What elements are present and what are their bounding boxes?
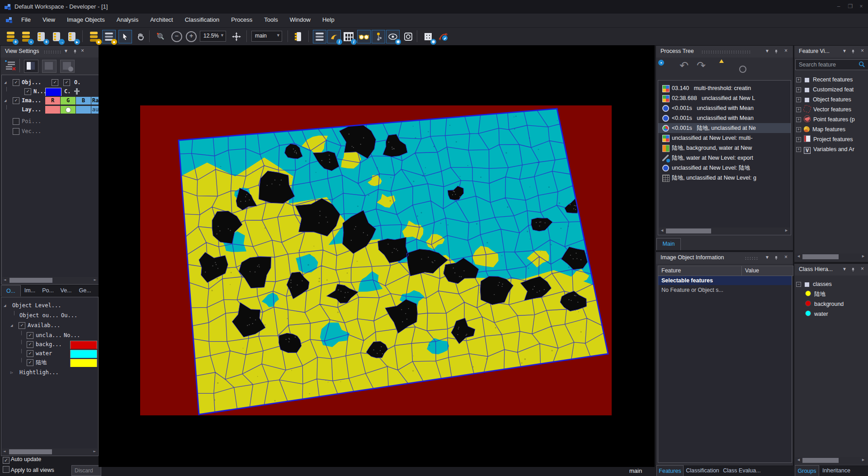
checkbox[interactable] [3,466,9,473]
view-side-by-side-icon[interactable]: i [342,30,355,43]
minimize-button[interactable]: – [834,2,844,10]
close-icon[interactable]: × [861,266,864,272]
chevron-down-icon[interactable]: ▼ [842,267,847,271]
grid-settings-icon[interactable]: ✱ [421,30,435,43]
ra-cell[interactable]: Ra [91,97,99,105]
draw-polygon-icon[interactable] [437,30,450,43]
checkbox[interactable]: ✓ [27,359,33,366]
horizontal-scrollbar[interactable]: ◄ ► [2,448,97,455]
checkbox[interactable]: ✓ [19,322,25,329]
column-header-feature[interactable]: Feature [658,266,745,276]
process-item[interactable]: 陆地, unclassified at New Level: g [658,173,791,183]
feature-item[interactable]: +Vector features [796,105,868,114]
feature-item[interactable]: +Map features [796,124,868,134]
tree-row-object[interactable]: ◢ ✓ Obj... ✓ ✓ O. [2,78,99,87]
tree-row-background[interactable]: ✓ backg... [1,340,98,349]
red-channel-cell[interactable]: R [45,97,60,105]
apply-all-option[interactable]: Apply to all views [3,466,54,473]
scroll-thumb[interactable] [802,458,839,463]
menu-window[interactable]: Window [284,14,316,23]
map-viewport[interactable] [99,45,655,467]
close-icon[interactable]: × [861,48,864,54]
tab-features[interactable]: Features [656,465,684,476]
feature-item[interactable]: +Point features (p [796,114,868,124]
feature-item[interactable]: +Project features [796,134,868,144]
tree-row-water[interactable]: ✓ water [1,349,98,358]
menu-file[interactable]: File [15,14,37,23]
scroll-right-icon[interactable]: ► [784,228,788,233]
process-item[interactable]: unclassified at New Level: 陆地 [658,163,791,173]
expand-plus-icon[interactable]: + [796,77,801,82]
class-item-background[interactable]: background [805,299,868,309]
expand-plus-icon[interactable]: + [796,97,801,102]
create-workspace-icon[interactable]: + [4,30,17,43]
view-mode-3-button[interactable] [60,60,75,73]
scroll-thumb[interactable] [9,278,52,283]
scroll-left-icon[interactable]: ◄ [3,449,5,453]
checkbox[interactable]: ✓ [27,350,33,357]
process-tree-tab-main[interactable]: Main [656,238,681,250]
save-workspace-icon[interactable]: ▪ [19,30,33,43]
checkbox[interactable] [13,128,19,135]
show-pixel-gear-icon[interactable]: ✱ [386,30,400,43]
class-color-swatch[interactable] [70,350,97,358]
menu-image-objects[interactable]: Image Objects [61,14,111,23]
classified-scene-image[interactable] [99,45,655,467]
select-cursor-icon[interactable] [118,30,132,43]
checkbox[interactable]: ✓ [52,79,58,86]
scroll-thumb[interactable] [802,254,839,259]
edit-view-settings-icon[interactable] [4,60,16,71]
chevron-down-icon[interactable]: ▼ [765,255,769,260]
image-object-graph-icon[interactable] [372,30,385,43]
scroll-right-icon[interactable]: ► [861,254,865,258]
add-project-icon[interactable]: + [34,30,48,43]
process-item-selected[interactable]: <0.001s 陆地, unclassified at Ne [658,123,791,133]
chevron-down-icon[interactable]: ▼ [276,33,280,38]
checkbox[interactable]: ✓ [63,79,70,86]
pin-icon[interactable] [851,49,855,54]
scroll-right-icon[interactable]: ► [94,277,96,282]
tab-inheritance[interactable]: Inheritance [820,465,853,476]
tab-image[interactable]: Im... [22,285,38,296]
pin-icon[interactable] [774,256,778,260]
drag-grip[interactable] [745,257,758,260]
feature-item[interactable]: +VVariables and Ar [796,144,868,154]
drag-grip[interactable] [701,50,751,53]
chevron-down-icon[interactable]: ▼ [220,33,224,38]
process-item[interactable]: unclassified at New Level: multi- [658,133,791,143]
search-icon[interactable] [859,61,865,67]
expander-icon[interactable]: ▷ [10,368,13,377]
class-item-land[interactable]: 陆地 [805,289,868,299]
process-item[interactable]: 陆地, background, water at New [658,143,791,153]
scroll-left-icon[interactable]: ◄ [797,254,801,258]
checkbox[interactable]: ✓ [27,332,33,339]
close-icon[interactable]: × [81,48,84,54]
expand-plus-icon[interactable]: + [796,117,801,122]
menu-classification[interactable]: Classification [179,14,226,23]
import-scene-icon[interactable]: → [50,30,63,43]
menu-architect[interactable]: Architect [144,14,179,23]
classes-root[interactable]: −classes [796,279,868,289]
menu-analysis[interactable]: Analysis [111,14,144,23]
pin-icon[interactable] [774,49,778,54]
tab-vector[interactable]: Ve... [58,285,74,296]
feature-search-input[interactable]: Search feature [795,59,868,70]
view-layer-list-icon[interactable] [313,30,326,43]
zoom-level-combo[interactable]: 12.5%▼ [200,31,226,42]
pin-icon[interactable] [73,49,77,54]
view-mode-2-button[interactable] [42,60,57,73]
auto-update-option[interactable]: ✓ Auto update [3,456,41,464]
map-select-combo[interactable]: main▼ [251,31,282,42]
expander-icon[interactable]: ◢ [10,321,13,330]
maximize-button[interactable]: ❐ [845,2,855,10]
scroll-right-icon[interactable]: ► [94,449,96,453]
navigate-pan-icon[interactable] [230,30,243,43]
close-icon[interactable]: × [784,254,788,260]
expand-plus-icon[interactable]: + [796,127,801,132]
open-project-icon[interactable]: ▸ [65,30,79,43]
tab-point[interactable]: Po... [40,285,56,296]
menu-process[interactable]: Process [225,14,258,23]
chevron-down-icon[interactable]: ▼ [64,48,68,53]
close-button[interactable]: × [856,2,866,10]
scroll-right-icon[interactable]: ► [861,457,865,462]
